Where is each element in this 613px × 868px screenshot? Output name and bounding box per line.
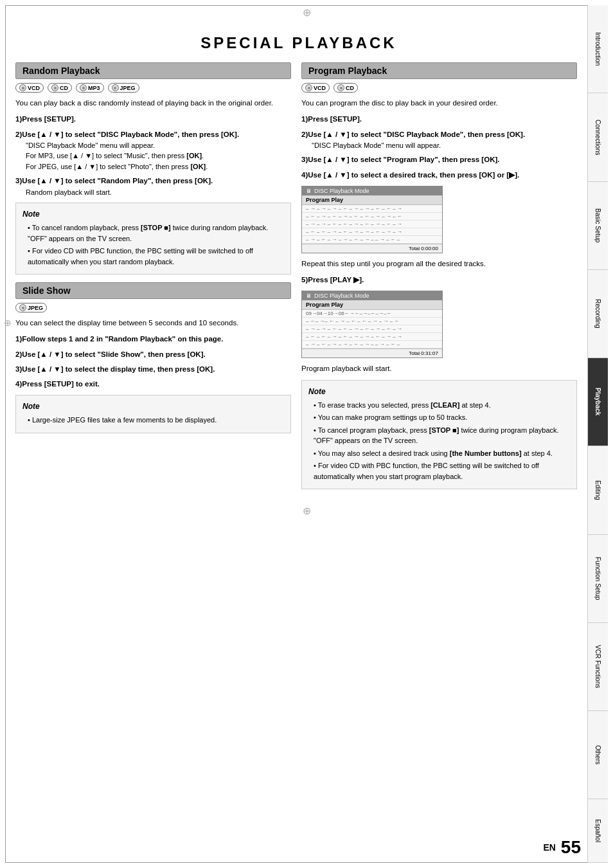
disc-icon-jpeg: JPEG: [108, 83, 139, 93]
screen1-row-4: – ← – ← – → – ← – → – → – ← – → – →: [302, 228, 442, 236]
program-step-1-num: 1): [301, 115, 308, 123]
program-note-2: You can make program settings up to 50 t…: [314, 412, 570, 423]
random-note-title: Note: [22, 208, 284, 220]
slide-step-3-num: 3): [15, 365, 22, 373]
screen1-sub: Program Play: [302, 195, 442, 205]
left-column: Random Playback VCD CD MP3 JPEG: [15, 62, 291, 497]
random-step-2: 2)Use [▲ / ▼] to select "DISC Playback M…: [15, 129, 291, 172]
top-decoration: ⊕: [0, 6, 613, 19]
slide-note-title: Note: [22, 401, 284, 412]
slide-step-3: 3)Use [▲ / ▼] to select the display time…: [15, 364, 291, 375]
slide-show-disc-icons: JPEG: [15, 303, 291, 312]
sidebar-tab-recording[interactable]: Recording: [588, 270, 608, 358]
page-footer-label: EN: [543, 842, 555, 853]
main-content: SPECIAL PLAYBACK Random Playback VCD CD …: [10, 21, 587, 502]
sidebar-tab-others[interactable]: Others: [588, 711, 608, 799]
disc-icon-jpeg-ss: JPEG: [15, 303, 47, 312]
disc-circle-vcd-pp: [305, 84, 312, 91]
disc-icon-vcd: VCD: [15, 83, 44, 93]
program-playback-intro: You can program the disc to play back in…: [301, 98, 577, 109]
screen2-header: 🖥 DISC Playback Mode: [302, 291, 442, 300]
sidebar-tab-playback[interactable]: Playback: [588, 358, 608, 446]
random-playback-intro: You can play back a disc randomly instea…: [15, 98, 291, 109]
sidebar-tab-function-setup[interactable]: Function Setup: [588, 535, 608, 623]
screen2-sub: Program Play: [302, 300, 442, 310]
bottom-decoration: ⊕: [0, 505, 613, 517]
program-step-2: 2)Use [▲ / ▼] to select "DISC Playback M…: [301, 129, 577, 151]
sidebar-tab-connections[interactable]: Connections: [588, 93, 608, 181]
program-step-2-num: 2): [301, 131, 308, 138]
program-screen-2: 🖥 DISC Playback Mode Program Play 09→04→…: [301, 291, 443, 358]
random-step-2-sub: "DISC Playback Mode" menu will appear. F…: [26, 140, 291, 172]
screen1-header-text: DISC Playback Mode: [314, 188, 369, 194]
program-step-5: 5)Press [PLAY ▶].: [301, 275, 577, 285]
screen1-row-5: – → – ← – → – → – ← – → – – → – ← –: [302, 236, 442, 244]
random-step-3-num: 3): [15, 177, 22, 185]
program-step-4-num: 4): [301, 171, 308, 179]
sidebar-tab-editing[interactable]: Editing: [588, 446, 608, 534]
screen2-row-4: – ← – ← – → – ← – → – → – ← – → – →: [302, 333, 442, 341]
disc-circle-vcd: [19, 84, 26, 91]
program-note-3: To cancel program playback, press [STOP …: [314, 425, 570, 446]
program-step-3-num: 3): [301, 156, 308, 163]
program-playback-disc-icons: VCD CD: [301, 83, 577, 93]
screen2-total: Total 0:31:07: [302, 348, 442, 357]
screen2-row-3: – → – → – ← – ← – → – ← – → – ← – →: [302, 325, 442, 333]
program-playback-note: Note To erase tracks you selected, press…: [301, 380, 577, 490]
screen2-header-text: DISC Playback Mode: [314, 293, 369, 299]
page-footer: EN 55: [543, 837, 581, 858]
slide-note-1: Large-size JPEG files take a few moments…: [28, 415, 284, 426]
screen2-row-1: 09→04→10→06←→←–→–←–→–←: [302, 310, 442, 318]
random-playback-disc-icons: VCD CD MP3 JPEG: [15, 83, 291, 93]
program-between-text: Repeat this step until you program all t…: [301, 258, 577, 269]
random-note-2: For video CD with PBC function, the PBC …: [28, 246, 284, 267]
random-step-3: 3)Use [▲ / ▼] to select "Random Play", t…: [15, 176, 291, 197]
program-screen-1: 🖥 DISC Playback Mode Program Play – → – …: [301, 186, 443, 253]
disc-circle-jpeg: [112, 84, 119, 91]
sidebar-tab-vcr-functions[interactable]: VCR Functions: [588, 623, 608, 711]
screen1-row-1: – → – → – → – ← – → – → – ← – ← – →: [302, 205, 442, 213]
slide-step-2-num: 2): [15, 350, 22, 358]
disc-icon-vcd-pp: VCD: [301, 83, 330, 93]
two-column-layout: Random Playback VCD CD MP3 JPEG: [15, 62, 577, 497]
random-step-2-num: 2): [15, 131, 22, 138]
disc-circle-cd-pp: [337, 84, 344, 91]
random-step-1: 1)Press [SETUP].: [15, 114, 291, 125]
program-step-5-num: 5): [301, 276, 308, 284]
slide-step-4-num: 4): [15, 380, 22, 388]
disc-icon-cd: CD: [48, 83, 72, 93]
random-step-1-num: 1): [15, 115, 22, 123]
disc-circle-mp3: [80, 84, 87, 91]
left-margin-mark: ⊕: [4, 318, 12, 328]
program-step-3: 3)Use [▲ / ▼] to select "Program Play", …: [301, 154, 577, 165]
right-sidebar: Introduction Connections Basic Setup Rec…: [587, 5, 608, 863]
sidebar-tab-introduction[interactable]: Introduction: [588, 5, 608, 93]
random-step-3-sub: Random playback will start.: [26, 187, 291, 198]
sidebar-tab-espanol[interactable]: Español: [588, 799, 608, 863]
slide-step-4: 4)Press [SETUP] to exit.: [15, 379, 291, 390]
program-step-4: 4)Use [▲ / ▼] to select a desired track,…: [301, 170, 577, 181]
slide-step-1: 1)Follow steps 1 and 2 in "Random Playba…: [15, 334, 291, 345]
program-note-5: For video CD with PBC function, the PBC …: [314, 460, 570, 482]
program-note-title: Note: [308, 386, 570, 397]
slide-step-2: 2)Use [▲ / ▼] to select "Slide Show", th…: [15, 349, 291, 360]
page-footer-number: 55: [561, 837, 581, 858]
page-title: SPECIAL PLAYBACK: [15, 34, 582, 52]
sidebar-tab-basic-setup[interactable]: Basic Setup: [588, 182, 608, 270]
program-note-4: You may also select a desired track usin…: [314, 448, 570, 459]
screen1-row-2: – ← – → – ← – → – ← – ← – → – → – ←: [302, 213, 442, 221]
screen2-row-2: – ←– →– ← – → – ← – ← – → – → – ←: [302, 318, 442, 325]
slide-step-1-num: 1): [15, 335, 22, 343]
disc-icon-mp3: MP3: [76, 83, 104, 93]
random-playback-note: Note To cancel random playback, press [S…: [15, 203, 291, 275]
program-step-2-sub: "DISC Playback Mode" menu will appear.: [312, 140, 577, 151]
screen1-total: Total 0:00:00: [302, 244, 442, 253]
screen2-row-5: – → – ← – → – → – ← – → – – → – ← –: [302, 341, 442, 348]
disc-circle-cd: [51, 84, 58, 91]
disc-icon-cd-pp: CD: [333, 83, 358, 93]
program-after-screen: Program playback will start.: [301, 363, 577, 374]
screen1-header: 🖥 DISC Playback Mode: [302, 186, 442, 195]
program-step-1: 1)Press [SETUP].: [301, 114, 577, 125]
program-playback-header: Program Playback: [301, 62, 577, 79]
random-playback-header: Random Playback: [15, 62, 291, 79]
